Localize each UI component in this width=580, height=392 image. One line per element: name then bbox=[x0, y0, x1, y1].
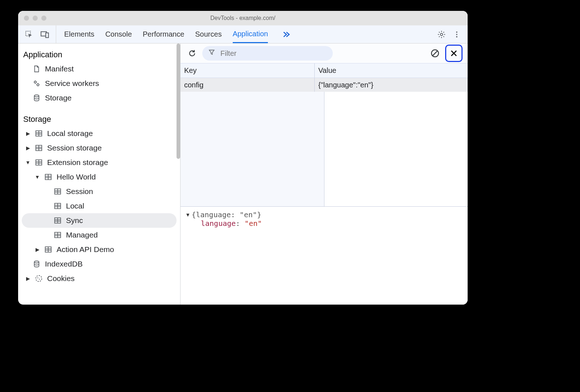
sidebar-item-service-workers[interactable]: Service workers bbox=[18, 76, 180, 91]
table-empty-right bbox=[324, 92, 468, 206]
sidebar-item-label: Managed bbox=[66, 231, 98, 239]
chevron-right-icon: ▶ bbox=[25, 131, 30, 136]
tab-bar: Elements Console Performance Sources App… bbox=[18, 25, 468, 44]
refresh-icon[interactable] bbox=[186, 47, 199, 60]
sidebar-group-application: Application bbox=[18, 47, 180, 62]
traffic-lights bbox=[24, 16, 46, 21]
sidebar-item-extension-storage[interactable]: ▼ Extension storage bbox=[18, 155, 180, 170]
tab-sources[interactable]: Sources bbox=[195, 25, 221, 43]
database-icon bbox=[33, 94, 41, 102]
storage-toolbar bbox=[181, 44, 468, 63]
sidebar-group-storage: Storage bbox=[18, 112, 180, 126]
sidebar-item-label: Extension storage bbox=[47, 158, 108, 167]
storage-table: Key Value config {"language":"en"} bbox=[181, 63, 468, 207]
more-tabs-icon[interactable] bbox=[279, 25, 293, 44]
sidebar-item-sync[interactable]: Sync bbox=[22, 213, 177, 228]
svg-point-22 bbox=[39, 279, 40, 280]
sidebar-item-local-storage[interactable]: ▶ Local storage bbox=[18, 126, 180, 141]
svg-point-9 bbox=[34, 95, 39, 97]
column-header-key[interactable]: Key bbox=[181, 63, 315, 78]
main-panel: Key Value config {"language":"en"} ▼ {la… bbox=[181, 44, 468, 305]
filter-input[interactable] bbox=[220, 49, 327, 58]
sidebar-item-label: Service workers bbox=[45, 79, 99, 88]
detail-colon: : bbox=[236, 219, 244, 228]
table-icon bbox=[44, 173, 52, 181]
zoom-window-dot[interactable] bbox=[41, 16, 46, 21]
sidebar-item-label: Session bbox=[66, 187, 93, 196]
detail-summary: {language: "en"} bbox=[191, 210, 261, 219]
sidebar-item-managed[interactable]: Managed bbox=[18, 228, 180, 242]
database-icon bbox=[33, 260, 41, 268]
chevron-right-icon: ▶ bbox=[25, 145, 30, 151]
inspect-element-icon[interactable] bbox=[22, 25, 36, 44]
cell-value: {"language":"en"} bbox=[315, 78, 468, 92]
gears-icon bbox=[33, 79, 41, 87]
close-window-dot[interactable] bbox=[24, 16, 29, 21]
chevron-down-icon[interactable]: ▼ bbox=[186, 212, 189, 218]
chevron-down-icon: ▼ bbox=[25, 160, 30, 165]
tab-elements[interactable]: Elements bbox=[64, 25, 94, 43]
sidebar-item-label: Storage bbox=[45, 94, 72, 102]
chevron-right-icon: ▶ bbox=[35, 247, 40, 252]
sidebar: Application Manifest Service workers bbox=[18, 44, 181, 305]
table-icon bbox=[54, 187, 62, 195]
minimize-window-dot[interactable] bbox=[33, 16, 38, 21]
table-icon bbox=[54, 202, 62, 210]
file-icon bbox=[33, 65, 41, 73]
detail-viewer: ▼ {language: "en"} language: "en" bbox=[181, 207, 468, 305]
cookie-icon bbox=[35, 275, 43, 282]
sidebar-item-label: Manifest bbox=[45, 65, 74, 73]
tab-console[interactable]: Console bbox=[105, 25, 132, 43]
svg-point-3 bbox=[440, 33, 443, 35]
titlebar: DevTools - example.com/ bbox=[18, 11, 468, 25]
table-icon bbox=[54, 216, 62, 224]
sidebar-item-indexeddb[interactable]: IndexedDB bbox=[18, 257, 180, 271]
detail-property-value: "en" bbox=[244, 219, 262, 228]
sidebar-item-session-storage[interactable]: ▶ Session storage bbox=[18, 141, 180, 155]
sidebar-item-label: Hello World bbox=[57, 173, 96, 181]
svg-point-4 bbox=[456, 31, 457, 33]
table-icon bbox=[35, 129, 43, 137]
column-header-value[interactable]: Value bbox=[315, 63, 468, 78]
sidebar-item-session[interactable]: Session bbox=[18, 184, 180, 199]
delete-selected-icon[interactable] bbox=[445, 45, 463, 62]
sidebar-item-hello-world[interactable]: ▼ Hello World bbox=[18, 170, 180, 184]
sidebar-item-action-api-demo[interactable]: ▶ Action API Demo bbox=[18, 242, 180, 257]
table-row[interactable]: config {"language":"en"} bbox=[181, 78, 468, 92]
sidebar-item-local[interactable]: Local bbox=[18, 199, 180, 213]
svg-point-19 bbox=[34, 261, 39, 263]
window-title: DevTools - example.com/ bbox=[18, 15, 468, 21]
cell-key: config bbox=[181, 78, 315, 92]
svg-point-6 bbox=[456, 36, 457, 37]
sidebar-item-label: Sync bbox=[66, 216, 83, 225]
sidebar-scrollbar[interactable] bbox=[177, 44, 180, 159]
settings-gear-icon[interactable] bbox=[434, 25, 449, 44]
sidebar-item-label: Action API Demo bbox=[57, 245, 114, 254]
sidebar-item-storage[interactable]: Storage bbox=[18, 91, 180, 105]
svg-point-7 bbox=[34, 81, 37, 83]
sidebar-item-cookies[interactable]: ▶ Cookies bbox=[18, 271, 180, 286]
sidebar-item-label: Local bbox=[66, 202, 84, 210]
sidebar-item-manifest[interactable]: Manifest bbox=[18, 62, 180, 76]
tab-performance[interactable]: Performance bbox=[143, 25, 185, 43]
devtools-window: DevTools - example.com/ Elements Console… bbox=[18, 11, 468, 305]
clear-all-icon[interactable] bbox=[428, 47, 442, 60]
detail-property-key: language bbox=[201, 219, 236, 228]
sidebar-item-label: Cookies bbox=[47, 274, 75, 283]
svg-point-8 bbox=[37, 84, 39, 86]
table-icon bbox=[35, 158, 43, 166]
sidebar-item-label: IndexedDB bbox=[45, 260, 83, 268]
tab-application[interactable]: Application bbox=[233, 25, 268, 43]
chevron-right-icon: ▶ bbox=[25, 276, 30, 281]
svg-point-20 bbox=[36, 276, 42, 282]
table-icon bbox=[54, 231, 62, 239]
kebab-menu-icon[interactable] bbox=[450, 25, 464, 44]
sidebar-item-label: Session storage bbox=[47, 144, 102, 152]
svg-point-21 bbox=[37, 277, 38, 278]
filter-input-wrapper[interactable] bbox=[202, 46, 333, 61]
device-toolbar-icon[interactable] bbox=[38, 25, 52, 44]
table-icon bbox=[44, 245, 52, 253]
table-empty-left bbox=[181, 92, 324, 206]
chevron-down-icon: ▼ bbox=[35, 174, 40, 180]
svg-point-5 bbox=[456, 34, 457, 35]
